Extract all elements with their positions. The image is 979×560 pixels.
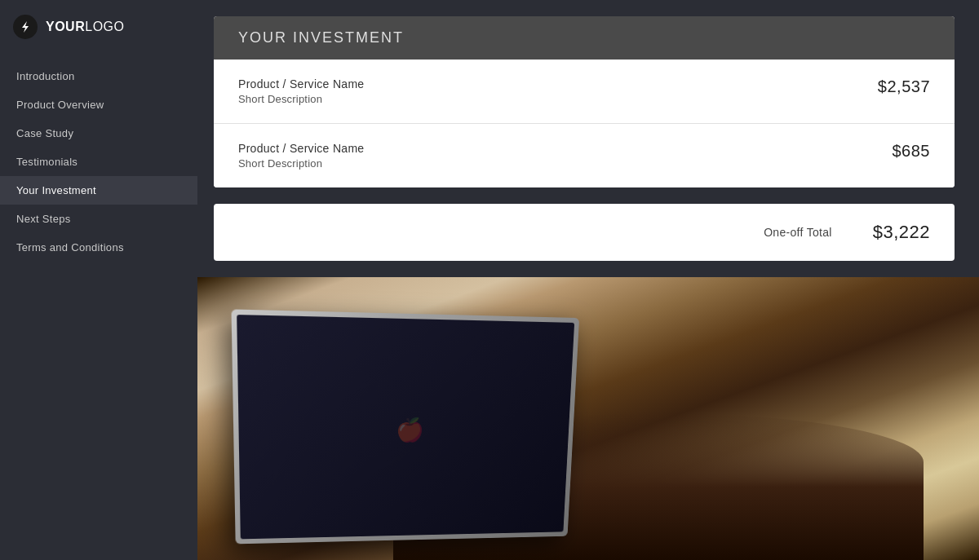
- total-box: One-off Total $3,222: [214, 204, 955, 261]
- total-section: One-off Total $3,222: [197, 204, 979, 277]
- item-description-2: Short Description: [238, 157, 364, 170]
- sidebar-item-introduction[interactable]: Introduction: [0, 62, 197, 90]
- sidebar-item-next-steps[interactable]: Next Steps: [0, 205, 197, 233]
- photo-section: 🍎: [197, 277, 979, 560]
- investment-title: YOUR INVESTMENT: [238, 29, 930, 46]
- investment-body: Product / Service Name Short Description…: [214, 60, 955, 187]
- total-price: $3,222: [873, 222, 930, 243]
- sidebar-item-testimonials[interactable]: Testimonials: [0, 148, 197, 176]
- item-name-2: Product / Service Name: [238, 142, 364, 155]
- investment-header: YOUR INVESTMENT: [214, 16, 955, 60]
- logo-area: YOURLOGO: [0, 0, 197, 54]
- sidebar-item-case-study[interactable]: Case Study: [0, 119, 197, 148]
- sidebar-item-terms-and-conditions[interactable]: Terms and Conditions: [0, 233, 197, 262]
- investment-section: YOUR INVESTMENT Product / Service Name S…: [197, 0, 979, 204]
- photo-background: 🍎: [197, 277, 979, 560]
- item-details-1: Product / Service Name Short Description: [238, 77, 364, 105]
- item-price-1: $2,537: [878, 77, 930, 96]
- item-description-1: Short Description: [238, 93, 364, 105]
- svg-marker-0: [22, 21, 29, 33]
- logo-icon: [13, 15, 38, 39]
- nav-list: Introduction Product Overview Case Study…: [0, 62, 197, 262]
- item-name-1: Product / Service Name: [238, 77, 364, 90]
- lightning-bolt-icon: [19, 20, 32, 33]
- apple-logo-shape: 🍎: [395, 415, 424, 444]
- sidebar: YOURLOGO Introduction Product Overview C…: [0, 0, 197, 560]
- main-content: YOUR INVESTMENT Product / Service Name S…: [197, 0, 979, 560]
- investment-card: YOUR INVESTMENT Product / Service Name S…: [214, 16, 955, 187]
- sidebar-item-your-investment[interactable]: Your Investment: [0, 176, 197, 205]
- sidebar-item-product-overview[interactable]: Product Overview: [0, 90, 197, 119]
- line-item-1: Product / Service Name Short Description…: [214, 60, 955, 124]
- total-label: One-off Total: [764, 226, 832, 239]
- line-item-2: Product / Service Name Short Description…: [214, 124, 955, 187]
- item-price-2: $685: [893, 142, 931, 161]
- item-details-2: Product / Service Name Short Description: [238, 142, 364, 170]
- sidebar-nav: Introduction Product Overview Case Study…: [0, 54, 197, 262]
- logo-text: YOURLOGO: [46, 20, 124, 34]
- laptop-body: 🍎: [232, 309, 580, 544]
